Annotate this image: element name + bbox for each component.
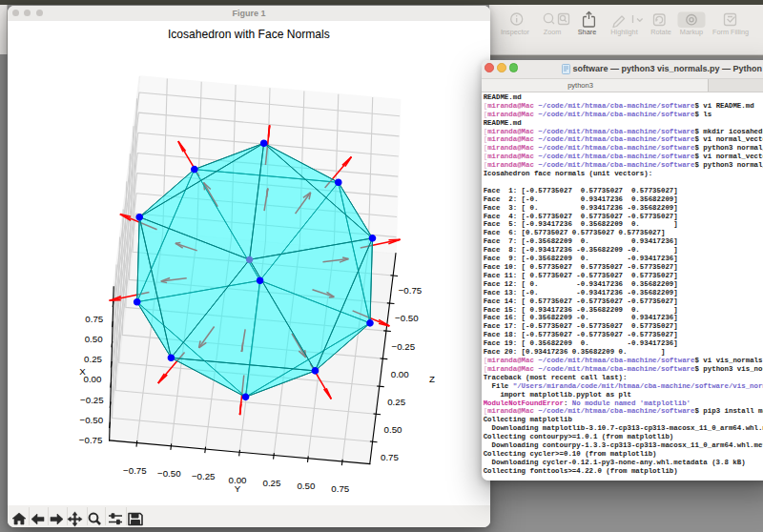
svg-text:0.75: 0.75 bbox=[381, 452, 399, 462]
svg-text:0.75: 0.75 bbox=[85, 314, 103, 324]
svg-text:−0.50: −0.50 bbox=[79, 415, 103, 425]
svg-text:−0.75: −0.75 bbox=[79, 435, 103, 445]
svg-text:Z: Z bbox=[429, 374, 435, 384]
svg-text:0.50: 0.50 bbox=[384, 424, 403, 435]
svg-text:−0.75: −0.75 bbox=[123, 465, 147, 476]
svg-text:0.00: 0.00 bbox=[83, 374, 102, 384]
svg-text:0.50: 0.50 bbox=[297, 481, 316, 491]
svg-text:Y: Y bbox=[235, 483, 241, 494]
svg-text:−0.25: −0.25 bbox=[192, 471, 216, 481]
svg-text:−0.50: −0.50 bbox=[157, 468, 181, 479]
svg-text:Icosahedron with Face Normals: Icosahedron with Face Normals bbox=[168, 28, 330, 41]
svg-text:−0.25: −0.25 bbox=[80, 395, 104, 405]
svg-text:0.25: 0.25 bbox=[387, 397, 405, 407]
svg-text:−0.75: −0.75 bbox=[399, 285, 423, 296]
svg-text:0.25: 0.25 bbox=[84, 354, 102, 364]
svg-text:0.75: 0.75 bbox=[331, 483, 349, 494]
svg-text:0.00: 0.00 bbox=[391, 369, 410, 379]
svg-text:−0.50: −0.50 bbox=[395, 313, 419, 323]
svg-text:−0.25: −0.25 bbox=[392, 341, 416, 352]
svg-text:0.50: 0.50 bbox=[85, 334, 104, 344]
svg-text:X: X bbox=[79, 366, 86, 377]
svg-text:0.25: 0.25 bbox=[263, 478, 281, 488]
